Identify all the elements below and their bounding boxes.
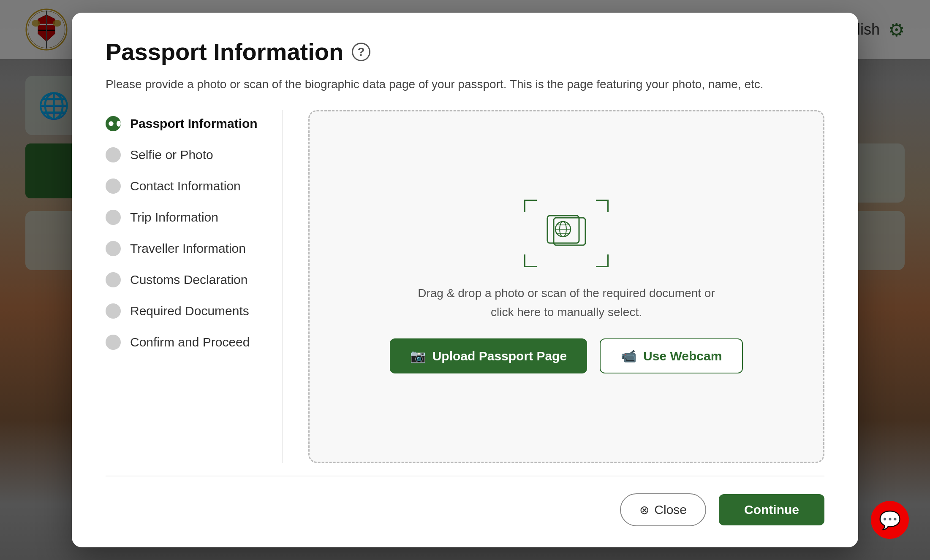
upload-area[interactable]: Drag & drop a photo or scan of the requi…: [308, 110, 824, 463]
step-item-selfie-or-photo[interactable]: Selfie or Photo: [106, 141, 265, 168]
step-item-trip-information[interactable]: Trip Information: [106, 204, 265, 231]
webcam-icon: 📹: [621, 349, 636, 363]
step-label-customs-declaration: Customs Declaration: [130, 273, 247, 287]
step-item-customs-declaration[interactable]: Customs Declaration: [106, 266, 265, 293]
step-dot-contact-information: [106, 179, 121, 194]
chat-button[interactable]: 💬: [871, 501, 909, 539]
step-item-required-documents[interactable]: Required Documents: [106, 298, 265, 325]
step-dot-customs-declaration: [106, 272, 121, 287]
svg-rect-17: [554, 218, 585, 245]
step-label-required-documents: Required Documents: [130, 304, 249, 318]
step-dot-trip-information: [106, 210, 121, 225]
passport-svg: [541, 211, 592, 255]
passport-modal: Passport Information ? Please provide a …: [72, 13, 858, 547]
continue-button[interactable]: Continue: [719, 494, 824, 525]
step-label-confirm-and-proceed: Confirm and Proceed: [130, 335, 250, 349]
step-label-trip-information: Trip Information: [130, 210, 218, 225]
modal-title: Passport Information: [106, 38, 343, 65]
step-label-selfie-or-photo: Selfie or Photo: [130, 148, 213, 162]
step-item-contact-information[interactable]: Contact Information: [106, 173, 265, 200]
step-label-passport-information: Passport Information: [130, 116, 258, 131]
camera-icon: 📷: [410, 349, 426, 363]
step-label-traveller-information: Traveller Information: [130, 241, 246, 256]
svg-point-16: [109, 121, 114, 126]
step-item-passport-information[interactable]: Passport Information: [106, 110, 265, 137]
steps-sidebar: Passport InformationSelfie or PhotoConta…: [106, 110, 283, 463]
chat-icon: 💬: [879, 510, 901, 530]
step-dot-confirm-and-proceed: [106, 335, 121, 350]
corner-br: [596, 254, 609, 267]
step-item-confirm-and-proceed[interactable]: Confirm and Proceed: [106, 329, 265, 356]
close-circle-icon: ⊗: [639, 503, 649, 517]
modal-body: Passport InformationSelfie or PhotoConta…: [106, 110, 824, 463]
step-dot-selfie-or-photo: [106, 147, 121, 162]
drag-drop-text: Drag & drop a photo or scan of the requi…: [418, 284, 715, 322]
corner-tl: [524, 200, 537, 212]
step-label-contact-information: Contact Information: [130, 179, 241, 193]
step-dot-traveller-information: [106, 241, 121, 256]
use-webcam-button[interactable]: 📹 Use Webcam: [600, 338, 743, 373]
passport-icon-area: [524, 200, 609, 267]
step-dot-passport-information: [106, 116, 121, 131]
step-dot-required-documents: [106, 303, 121, 319]
modal-subtitle: Please provide a photo or scan of the bi…: [106, 76, 824, 93]
step-item-traveller-information[interactable]: Traveller Information: [106, 235, 265, 262]
corner-bl: [524, 254, 537, 267]
upload-passport-button[interactable]: 📷 Upload Passport Page: [390, 338, 587, 373]
upload-buttons: 📷 Upload Passport Page 📹 Use Webcam: [390, 338, 743, 373]
modal-footer: ⊗ Close Continue: [106, 476, 824, 526]
close-button[interactable]: ⊗ Close: [620, 493, 706, 526]
help-icon[interactable]: ?: [352, 43, 370, 61]
modal-header: Passport Information ?: [106, 38, 824, 65]
corner-tr: [596, 200, 609, 212]
